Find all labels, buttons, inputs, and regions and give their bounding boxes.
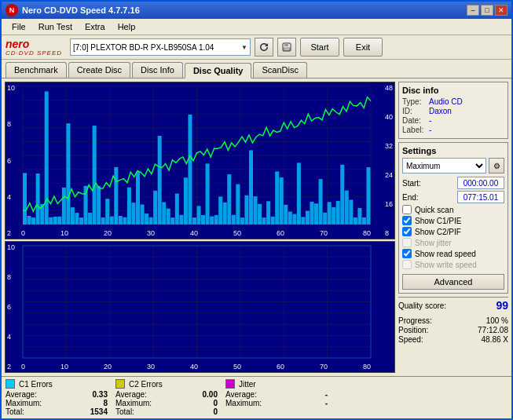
show-c1-checkbox[interactable] [402,216,412,225]
disc-type-value: Audio CD [429,97,463,106]
position-value: 77:12.08 [478,326,508,334]
position-label: Position: [398,326,428,334]
bottom-chart-x: 0 10 20 30 40 50 60 70 80 [21,363,371,371]
advanced-button[interactable]: Advanced [402,274,504,290]
jitter-color-box [225,379,235,389]
right-panel: Disc info Type: Audio CD ID: Daxon Date:… [398,82,508,373]
disc-info-title: Disc info [402,86,504,95]
show-read-row: Show read speed [402,249,504,258]
window-title: Nero CD-DVD Speed 4.7.7.16 [22,5,140,15]
progress-row-1: Position: 77:12.08 [398,326,508,334]
c1-stat-group: C1 Errors Average: 0.33 Maximum: 8 Total… [5,379,108,416]
tabs-row: Benchmark Create Disc Disc Info Disc Qua… [2,60,511,79]
tab-benchmark[interactable]: Benchmark [5,62,67,78]
nero-logo-bottom: CD·DVD SPEED [5,49,62,57]
toolbar: nero CD·DVD SPEED [7:0] PLEXTOR BD-R PX-… [2,35,511,60]
show-read-checkbox[interactable] [402,249,412,258]
c1-header: C1 Errors [5,379,108,389]
title-buttons: – □ ✕ [467,5,508,16]
settings-box: Settings Maximum 52x 40x 32x ⚙ Start: En… [398,142,508,294]
drive-selector[interactable]: [7:0] PLEXTOR BD-R PX-LB950SA 1.04 ▼ [70,38,251,56]
refresh-button[interactable] [255,38,273,57]
top-chart-x: 0 10 20 30 40 50 60 70 80 [21,229,371,237]
progress-label: Progress: [398,316,432,325]
content-area: 10 8 6 4 2 48 40 32 24 16 8 0 10 2 [2,79,511,376]
c1-label: C1 Errors [19,380,53,389]
quality-label: Quality score: [398,301,446,310]
nero-logo: nero CD·DVD SPEED [5,38,62,57]
menu-help[interactable]: Help [112,20,142,33]
show-c2-checkbox[interactable] [402,227,412,236]
quality-score: 99 [496,299,508,312]
menu-bar: File Run Test Extra Help [2,19,511,35]
jitter-avg-value: - [296,390,328,399]
disc-id-label: ID: [402,107,426,115]
disc-date-label: Date: [402,116,426,125]
refresh-icon [258,42,269,53]
quick-scan-checkbox[interactable] [402,205,412,214]
show-c2-row: Show C2/PIF [402,227,504,236]
c2-total-value: 0 [186,407,218,416]
progress-rows: Progress: 100 % Position: 77:12.08 Speed… [398,316,508,344]
disc-id-value: Daxon [429,107,452,115]
combo-arrow-icon: ▼ [241,44,247,51]
tab-create-disc[interactable]: Create Disc [68,62,130,78]
c1-total-value: 1534 [76,407,108,416]
menu-run-test[interactable]: Run Test [32,20,79,33]
tab-disc-info[interactable]: Disc Info [132,62,183,78]
drive-label: [7:0] PLEXTOR BD-R PX-LB950SA 1.04 [73,43,214,52]
show-write-checkbox [402,260,412,269]
tab-scandisc[interactable]: ScanDisc [253,62,306,78]
minimize-button[interactable]: – [467,5,479,16]
svg-rect-1 [284,43,288,46]
settings-icon-button[interactable]: ⚙ [489,158,504,173]
top-chart-canvas [5,82,394,239]
quick-scan-row: Quick scan [402,205,504,214]
start-time-input[interactable] [457,177,504,189]
main-window: N Nero CD-DVD Speed 4.7.7.16 – □ ✕ File … [0,0,513,420]
exit-button[interactable]: Exit [343,38,383,57]
close-button[interactable]: ✕ [495,5,508,16]
c1-avg-value: 0.33 [76,390,108,399]
disc-type-row: Type: Audio CD [402,97,504,106]
c2-total-row: Total: 0 [115,407,218,416]
end-time-row: End: [402,191,504,203]
progress-row-2: Speed: 48.86 X [398,335,508,344]
charts-area: 10 8 6 4 2 48 40 32 24 16 8 0 10 2 [5,82,395,373]
c2-max-value: 0 [186,399,218,407]
title-bar: N Nero CD-DVD Speed 4.7.7.16 – □ ✕ [2,2,511,19]
c2-header: C2 Errors [115,379,218,389]
bottom-chart-canvas [5,242,394,372]
c2-color-box [115,379,125,389]
title-bar-left: N Nero CD-DVD Speed 4.7.7.16 [5,4,140,16]
c1-total-row: Total: 1534 [5,407,108,416]
show-read-label: Show read speed [415,250,476,258]
menu-extra[interactable]: Extra [79,20,112,33]
start-button[interactable]: Start [300,38,339,57]
maximize-button[interactable]: □ [481,5,493,16]
save-button[interactable] [277,38,296,57]
disc-info-box: Disc info Type: Audio CD ID: Daxon Date:… [398,82,508,139]
show-write-label: Show write speed [415,261,477,269]
quality-row: Quality score: 99 [398,297,508,313]
end-time-input[interactable] [457,191,504,203]
top-chart: 10 8 6 4 2 48 40 32 24 16 8 0 10 2 [5,82,395,239]
start-time-row: Start: [402,177,504,189]
c1-avg-row: Average: 0.33 [5,390,108,399]
jitter-avg-label: Average: [225,390,257,399]
c2-total-label: Total: [115,407,134,416]
tab-disc-quality[interactable]: Disc Quality [185,63,252,79]
c1-max-row: Maximum: 8 [5,399,108,407]
show-write-row: Show write speed [402,260,504,269]
start-label: Start: [402,179,421,188]
top-chart-y-right: 48 40 32 24 16 8 [385,82,393,239]
speed-select[interactable]: Maximum 52x 40x 32x [402,158,486,173]
bottom-chart: 10 8 6 4 2 0 10 20 30 40 50 60 70 80 [5,241,395,373]
nero-logo-top: nero [5,38,29,49]
jitter-avg-row: Average: - [225,390,328,399]
c2-avg-label: Average: [115,390,147,399]
c1-max-value: 8 [76,399,108,407]
menu-file[interactable]: File [5,20,32,33]
speed-row: Maximum 52x 40x 32x ⚙ [402,158,504,173]
show-c2-label: Show C2/PIF [415,228,461,236]
